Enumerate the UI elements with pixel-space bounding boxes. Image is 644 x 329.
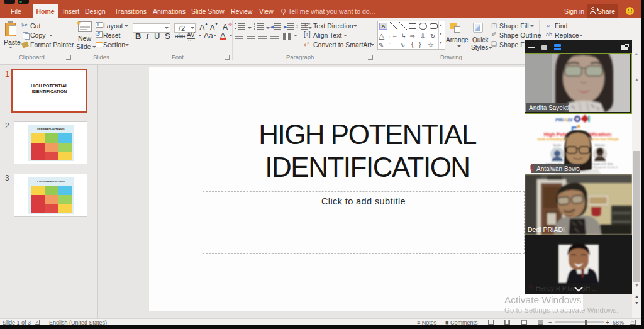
svg-text:Speaker: Speaker (553, 144, 562, 147)
svg-text:Moderator: Moderator (595, 144, 606, 147)
svg-text:Hendy R Pilang SH ...: Hendy R Pilang SH ... (536, 285, 597, 292)
svg-text:Antaiwan Bowo: Antaiwan Bowo (536, 165, 580, 172)
svg-text:Andita Sayekti: Andita Sayekti (529, 104, 569, 111)
svg-text:Dedi PRiADI: Dedi PRiADI (528, 226, 565, 233)
svg-text:PRiADI: PRiADI (555, 117, 573, 123)
